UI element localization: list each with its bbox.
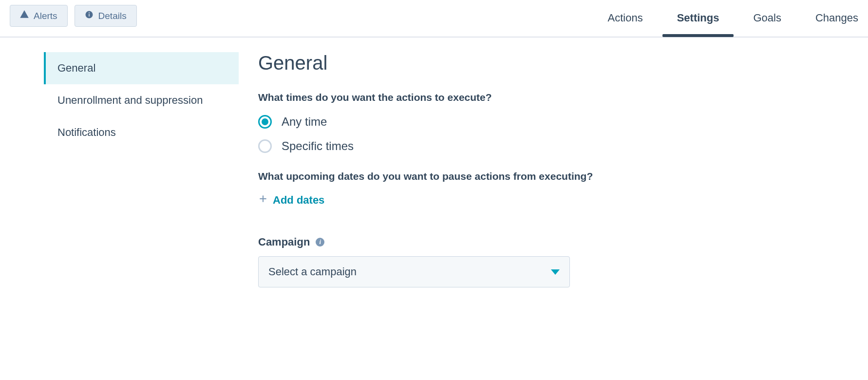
tab-actions[interactable]: Actions bbox=[607, 6, 642, 36]
radio-icon bbox=[258, 115, 272, 129]
info-icon[interactable]: i bbox=[316, 238, 324, 247]
alerts-label: Alerts bbox=[34, 11, 57, 21]
radio-specific-times[interactable]: Specific times bbox=[258, 139, 831, 153]
campaign-select-placeholder: Select a campaign bbox=[268, 266, 357, 278]
content-wrap: General Unenrollment and suppression Not… bbox=[0, 38, 868, 307]
radio-label: Specific times bbox=[282, 139, 354, 153]
tabs: Actions Settings Goals Changes bbox=[607, 6, 858, 36]
campaign-label: Campaign bbox=[258, 236, 310, 248]
topbar-left: Alerts Details bbox=[10, 5, 137, 37]
tab-settings[interactable]: Settings bbox=[677, 6, 719, 36]
details-label: Details bbox=[98, 11, 127, 21]
svg-rect-1 bbox=[89, 14, 90, 17]
question-execute-times: What times do you want the actions to ex… bbox=[258, 92, 831, 103]
main: General What times do you want the actio… bbox=[258, 52, 831, 287]
radio-any-time[interactable]: Any time bbox=[258, 115, 831, 129]
details-button[interactable]: Details bbox=[75, 5, 137, 27]
svg-point-2 bbox=[89, 12, 90, 13]
campaign-label-row: Campaign i bbox=[258, 236, 831, 248]
info-circle-icon bbox=[85, 10, 94, 21]
plus-icon bbox=[258, 194, 268, 207]
add-dates-label: Add dates bbox=[273, 194, 324, 207]
sidenav-item-general[interactable]: General bbox=[44, 52, 239, 84]
add-dates-button[interactable]: Add dates bbox=[258, 194, 324, 207]
tab-goals[interactable]: Goals bbox=[753, 6, 781, 36]
question-pause-dates: What upcoming dates do you want to pause… bbox=[258, 171, 831, 182]
campaign-select[interactable]: Select a campaign bbox=[258, 256, 570, 287]
sidenav: General Unenrollment and suppression Not… bbox=[44, 52, 239, 287]
alerts-button[interactable]: Alerts bbox=[10, 5, 68, 27]
alert-icon bbox=[20, 10, 29, 21]
radio-icon bbox=[258, 139, 272, 153]
radio-label: Any time bbox=[282, 115, 327, 129]
radio-group-times: Any time Specific times bbox=[258, 115, 831, 153]
sidenav-item-notifications[interactable]: Notifications bbox=[44, 116, 239, 149]
topbar: Alerts Details Actions Settings Goals Ch… bbox=[0, 0, 868, 38]
chevron-down-icon bbox=[551, 269, 560, 275]
tab-changes[interactable]: Changes bbox=[815, 6, 858, 36]
page-title: General bbox=[258, 52, 831, 74]
sidenav-item-unenrollment[interactable]: Unenrollment and suppression bbox=[44, 84, 239, 116]
